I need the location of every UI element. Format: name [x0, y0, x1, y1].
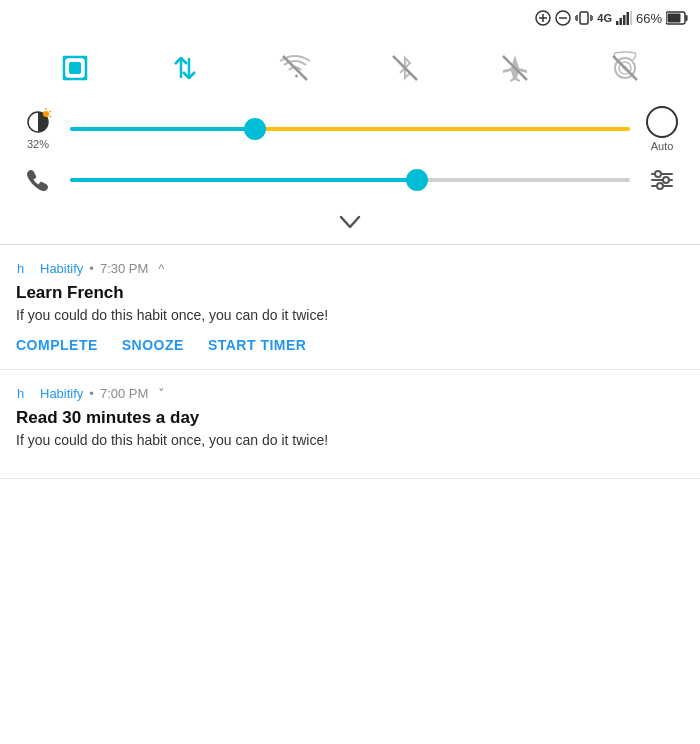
battery-percent: 66%: [636, 11, 662, 26]
toggle-icons-row: [20, 50, 680, 86]
airplane-toggle[interactable]: [460, 50, 570, 86]
svg-point-33: [655, 171, 661, 177]
svg-rect-14: [630, 11, 632, 25]
notif-app-name-1: Habitify: [40, 261, 83, 276]
auto-icon: [646, 106, 678, 138]
battery-icon: [666, 11, 688, 25]
snooze-button[interactable]: SNOOZE: [122, 337, 184, 353]
bluetooth-toggle[interactable]: [350, 50, 460, 86]
svg-rect-12: [623, 15, 626, 25]
habitify-icon-2: h: [16, 384, 34, 402]
notif-expand-chevron-1[interactable]: ^: [158, 261, 164, 276]
notif-body-2: If you could do this habit once, you can…: [16, 432, 684, 448]
svg-rect-11: [619, 18, 622, 25]
volume-icon-container: [20, 166, 56, 194]
notif-header-2: h Habitify • 7:00 PM ˅: [16, 384, 684, 402]
notif-body-1: If you could do this habit once, you can…: [16, 307, 684, 323]
notif-header-1: h Habitify • 7:30 PM ^: [16, 259, 684, 277]
notification-card-1: h Habitify • 7:30 PM ^ Learn French If y…: [0, 245, 700, 370]
notif-actions-1: COMPLETE SNOOZE START TIMER: [16, 337, 684, 353]
notif-time-1: 7:30 PM: [100, 261, 148, 276]
volume-slider-row: [20, 166, 680, 194]
circle-plus-icon: [535, 10, 551, 26]
svg-line-20: [283, 56, 307, 80]
auto-icon-container: Auto: [644, 106, 680, 152]
wifi-toggle[interactable]: [240, 50, 350, 86]
svg-rect-10: [616, 21, 619, 25]
svg-text:h: h: [17, 261, 24, 276]
svg-point-28: [43, 111, 49, 117]
svg-rect-13: [626, 12, 629, 25]
svg-rect-5: [580, 12, 588, 24]
no-signal-toggle[interactable]: [570, 50, 680, 86]
vibrate-icon: [575, 10, 593, 26]
complete-button[interactable]: COMPLETE: [16, 337, 98, 353]
data-transfer-toggle[interactable]: [130, 50, 240, 86]
notification-card-2: h Habitify • 7:00 PM ˅ Read 30 minutes a…: [0, 370, 700, 479]
notif-app-name-2: Habitify: [40, 386, 83, 401]
brightness-icon: [24, 108, 52, 136]
network-label: 4G: [597, 12, 612, 24]
notif-expand-chevron-2[interactable]: ˅: [158, 386, 165, 401]
brightness-icon-container: 32%: [20, 108, 56, 150]
phone-icon: [24, 166, 52, 194]
brightness-slider-row: 32% Auto: [20, 106, 680, 152]
quick-settings-collapse[interactable]: [20, 208, 680, 234]
svg-rect-16: [686, 15, 688, 21]
audio-settings-icon: [648, 166, 676, 194]
svg-text:h: h: [17, 386, 24, 401]
quick-settings-panel: 32% Auto: [0, 36, 700, 245]
svg-line-30: [49, 111, 51, 112]
svg-rect-17: [668, 14, 681, 23]
svg-point-35: [663, 177, 669, 183]
svg-rect-19: [69, 62, 81, 74]
audio-settings-icon-container[interactable]: [644, 166, 680, 194]
rotation-lock-toggle[interactable]: [20, 50, 130, 86]
status-icons: 4G 66%: [535, 10, 688, 26]
svg-point-37: [657, 183, 663, 189]
auto-label: Auto: [651, 140, 674, 152]
circle-minus-icon: [555, 10, 571, 26]
volume-slider[interactable]: [70, 168, 630, 192]
notif-title-2: Read 30 minutes a day: [16, 408, 684, 428]
brightness-value: 32%: [27, 138, 49, 150]
brightness-slider[interactable]: [70, 117, 630, 141]
habitify-icon-1: h: [16, 259, 34, 277]
svg-line-31: [49, 116, 51, 117]
notif-time-2: 7:00 PM: [100, 386, 148, 401]
notif-title-1: Learn French: [16, 283, 684, 303]
chevron-down-icon: [338, 214, 362, 230]
status-bar: 4G 66%: [0, 0, 700, 36]
start-timer-button[interactable]: START TIMER: [208, 337, 307, 353]
signal-icon: [616, 11, 632, 25]
